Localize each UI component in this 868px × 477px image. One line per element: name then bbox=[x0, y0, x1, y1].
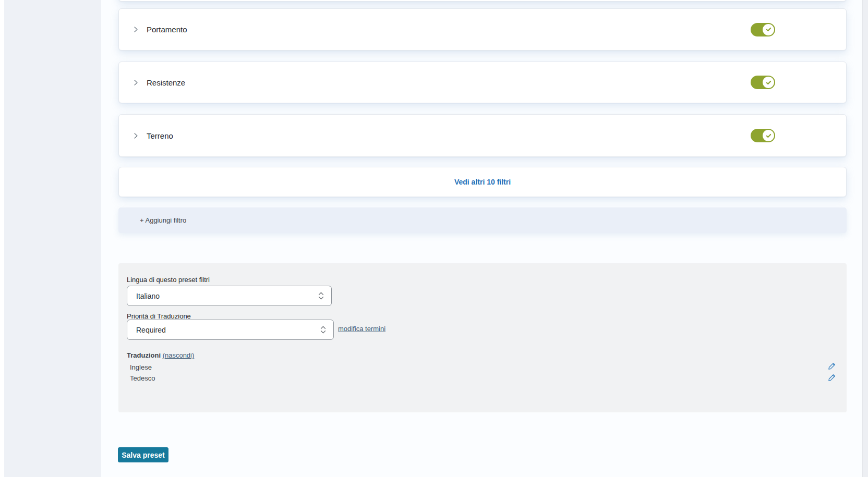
chevron-right-icon[interactable] bbox=[132, 26, 139, 33]
translation-row-tedesco: Tedesco bbox=[130, 374, 155, 382]
previous-panel-cutoff bbox=[118, 0, 847, 2]
panel-title: Resistenze bbox=[147, 78, 185, 87]
select-updown-icon bbox=[320, 326, 326, 334]
filter-panel-resistenze[interactable]: Resistenze bbox=[118, 62, 847, 103]
show-more-filters-card: Vedi altri 10 filtri bbox=[118, 167, 847, 197]
translations-label: Traduzioni bbox=[127, 351, 161, 359]
translation-row-inglese: Inglese bbox=[130, 363, 152, 371]
show-more-filters-link[interactable]: Vedi altri 10 filtri bbox=[454, 178, 511, 186]
pencil-icon bbox=[828, 374, 836, 382]
toggle-portamento-on[interactable] bbox=[751, 23, 775, 36]
language-select-value: Italiano bbox=[136, 292, 160, 300]
select-updown-icon bbox=[318, 292, 324, 300]
toggle-knob-check-icon bbox=[763, 24, 774, 35]
panel-title: Portamento bbox=[147, 25, 187, 34]
filter-panel-terreno[interactable]: Terreno bbox=[118, 114, 847, 157]
left-sidebar-rail bbox=[4, 0, 101, 477]
priority-select-label: Priorità di Traduzione bbox=[127, 312, 191, 320]
toggle-resistenze-on[interactable] bbox=[751, 76, 775, 89]
edit-terms-link[interactable]: modifica termini bbox=[338, 325, 385, 333]
edit-translation-tedesco-button[interactable] bbox=[827, 374, 836, 382]
filters-preset-page: Portamento Resistenze Terreno bbox=[0, 0, 868, 477]
edit-translation-inglese-button[interactable] bbox=[827, 362, 836, 371]
add-filter-label: + Aggiungi filtro bbox=[140, 216, 186, 224]
add-filter-button[interactable]: + Aggiungi filtro bbox=[118, 207, 847, 233]
language-select-label: Lingua di questo preset filtri bbox=[127, 276, 210, 284]
toggle-knob-check-icon bbox=[763, 130, 774, 141]
save-preset-button[interactable]: Salva preset bbox=[118, 447, 168, 462]
toggle-knob-check-icon bbox=[763, 77, 774, 88]
vertical-scrollbar[interactable] bbox=[862, 0, 868, 477]
filter-panel-portamento[interactable]: Portamento bbox=[118, 8, 847, 51]
hide-translations-link[interactable]: (nascondi) bbox=[163, 351, 195, 359]
priority-select[interactable]: Required bbox=[127, 320, 334, 340]
pencil-icon bbox=[828, 362, 836, 370]
panel-title: Terreno bbox=[147, 131, 173, 140]
preset-settings-card: Lingua di questo preset filtri Italiano … bbox=[118, 263, 847, 412]
chevron-right-icon[interactable] bbox=[132, 79, 139, 86]
translations-heading: Traduzioni (nascondi) bbox=[127, 351, 194, 359]
priority-select-value: Required bbox=[136, 326, 166, 334]
toggle-terreno-on[interactable] bbox=[751, 129, 775, 142]
chevron-right-icon[interactable] bbox=[132, 132, 139, 139]
language-select[interactable]: Italiano bbox=[127, 286, 332, 306]
